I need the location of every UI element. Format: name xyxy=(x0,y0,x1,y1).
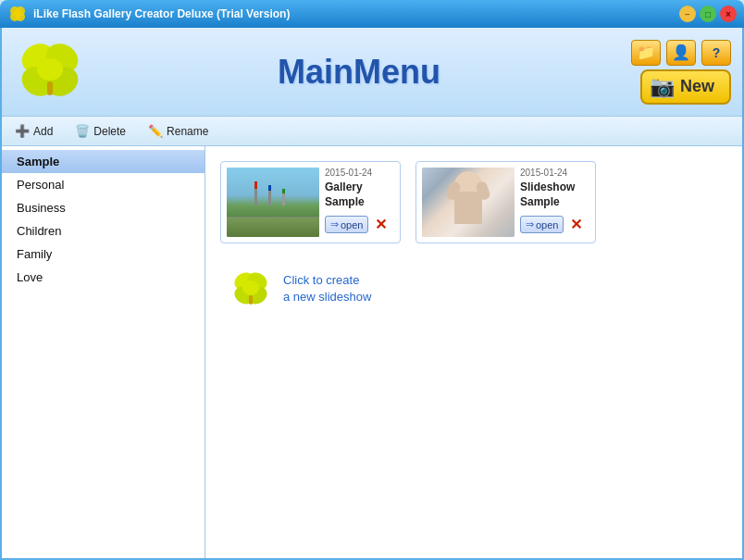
card-title-2: SlideshowSample xyxy=(520,180,589,209)
title-bar: iLike Flash Gallery Creator Deluxe (Tria… xyxy=(0,0,744,28)
app-title: iLike Flash Gallery Creator Deluxe (Tria… xyxy=(33,7,679,20)
close-button[interactable]: × xyxy=(720,6,737,22)
new-button[interactable]: 📷 New xyxy=(640,69,731,105)
gallery-card-2[interactable]: 2015-01-24 SlideshowSample ⇒ open ✕ xyxy=(415,161,596,243)
open-label-1: open xyxy=(341,219,363,230)
help-button[interactable]: ? xyxy=(701,40,731,66)
sidebar: Sample Personal Business Children Family… xyxy=(2,146,205,558)
add-button[interactable]: ➕ Add xyxy=(11,122,56,141)
header-area: MainMenu 📁 👤 ? 📷 New xyxy=(2,28,742,117)
open-button-2[interactable]: ⇒ open xyxy=(520,216,564,233)
card-actions-1: ⇒ open ✕ xyxy=(325,216,394,233)
card-date-1: 2015-01-24 xyxy=(325,168,394,178)
app-logo xyxy=(7,4,28,24)
sidebar-item-personal[interactable]: Personal xyxy=(2,173,205,196)
svg-point-9 xyxy=(37,58,63,81)
delete-card-button-2[interactable]: ✕ xyxy=(567,217,584,233)
street-thumbnail xyxy=(227,168,319,237)
svg-rect-16 xyxy=(249,295,253,305)
svg-point-4 xyxy=(14,10,21,18)
create-new-button[interactable]: Click to create a new slideshow xyxy=(220,258,401,319)
user-button[interactable]: 👤 xyxy=(666,40,696,66)
rename-label: Rename xyxy=(167,125,208,138)
delete-label: Delete xyxy=(93,125,126,138)
create-new-line2: a new slideshow xyxy=(283,289,371,305)
window-controls: − □ × xyxy=(679,6,737,22)
delete-icon: 🗑️ xyxy=(75,124,90,139)
toolbar: ➕ Add 🗑️ Delete ✏️ Rename xyxy=(2,117,742,146)
folder-button[interactable]: 📁 xyxy=(631,40,661,66)
camera-icon: 📷 xyxy=(650,75,675,99)
open-label-2: open xyxy=(536,219,558,230)
open-button-1[interactable]: ⇒ open xyxy=(325,216,368,233)
create-new-line1: Click to create xyxy=(283,272,371,289)
open-arrow-icon: ⇒ xyxy=(330,218,339,230)
page-title: MainMenu xyxy=(87,53,631,92)
card-actions-2: ⇒ open ✕ xyxy=(520,216,589,233)
svg-rect-10 xyxy=(47,81,53,95)
rename-button[interactable]: ✏️ Rename xyxy=(144,122,212,141)
create-new-text: Click to create a new slideshow xyxy=(283,272,371,305)
sidebar-item-family[interactable]: Family xyxy=(2,243,205,266)
content-area: Sample Personal Business Children Family… xyxy=(2,146,742,558)
card-info-2: 2015-01-24 SlideshowSample ⇒ open ✕ xyxy=(520,168,589,233)
card-thumbnail-1 xyxy=(227,168,319,237)
create-new-icon xyxy=(228,266,274,312)
new-button-label: New xyxy=(680,77,714,96)
help-icon: ? xyxy=(713,45,721,60)
header-buttons: 📁 👤 ? 📷 New xyxy=(631,40,731,105)
rename-icon: ✏️ xyxy=(148,124,163,139)
delete-card-button-1[interactable]: ✕ xyxy=(372,217,389,233)
clover-logo xyxy=(13,35,87,108)
delete-x-icon: ✕ xyxy=(375,216,387,233)
minimize-button[interactable]: − xyxy=(679,6,696,22)
gallery-card-1[interactable]: 2015-01-24 GallerySample ⇒ open ✕ xyxy=(220,161,401,243)
maximize-button[interactable]: □ xyxy=(700,6,716,22)
sidebar-item-sample[interactable]: Sample xyxy=(2,150,205,173)
open-arrow-icon-2: ⇒ xyxy=(526,218,534,230)
svg-point-15 xyxy=(242,280,259,295)
card-title-1: GallerySample xyxy=(325,180,394,209)
user-icon: 👤 xyxy=(672,44,690,61)
delete-x-icon-2: ✕ xyxy=(570,216,582,233)
card-info-1: 2015-01-24 GallerySample ⇒ open ✕ xyxy=(325,168,394,233)
folder-icon: 📁 xyxy=(637,44,655,61)
sidebar-item-business[interactable]: Business xyxy=(2,196,205,219)
main-content: 2015-01-24 GallerySample ⇒ open ✕ xyxy=(205,146,742,558)
header-icon-row: 📁 👤 ? xyxy=(631,40,731,66)
sidebar-item-love[interactable]: Love xyxy=(2,266,205,289)
delete-button[interactable]: 🗑️ Delete xyxy=(71,122,130,141)
add-icon: ➕ xyxy=(15,124,30,139)
main-window: MainMenu 📁 👤 ? 📷 New ➕ Add xyxy=(0,28,744,560)
sidebar-item-children[interactable]: Children xyxy=(2,219,205,243)
card-date-2: 2015-01-24 xyxy=(520,168,589,178)
card-thumbnail-2 xyxy=(422,168,515,237)
add-label: Add xyxy=(33,125,53,138)
baby-thumbnail xyxy=(422,168,515,237)
gallery-grid: 2015-01-24 GallerySample ⇒ open ✕ xyxy=(220,161,727,319)
